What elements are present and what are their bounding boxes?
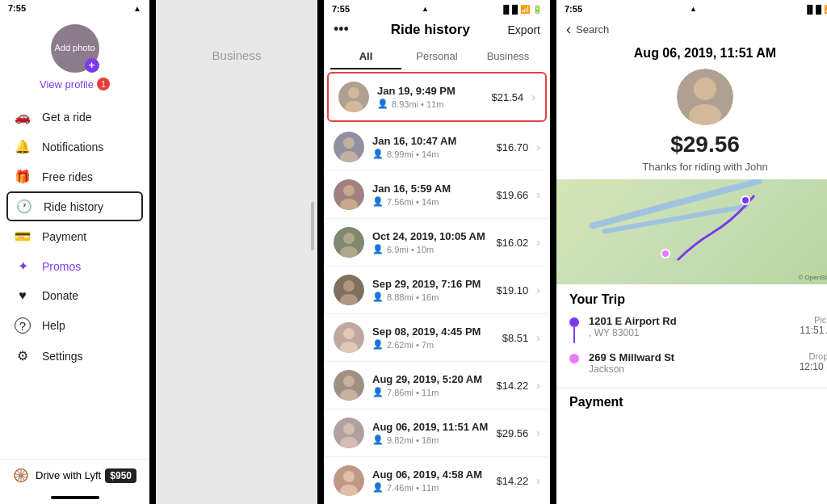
ride-meta: 👤 8.88mi • 16m <box>372 292 489 302</box>
ride-item[interactable]: Sep 29, 2019, 7:16 PM 👤 8.88mi • 16m $19… <box>324 267 550 314</box>
dropoff-time-label: Drop-off 12:10 PM <box>800 351 827 372</box>
svg-point-19 <box>343 376 355 387</box>
tab-business[interactable]: Business <box>472 44 544 69</box>
ride-item[interactable]: Jan 16, 10:47 AM 👤 8.99mi • 14m $16.70 › <box>324 124 550 171</box>
ride-meta: 👤 6.9mi • 10m <box>372 244 489 254</box>
ride-price: $29.56 <box>497 427 529 439</box>
menu-dots-icon[interactable]: ••• <box>334 21 353 38</box>
ride-status-icons: ▐▌█ 📶 🔋 <box>501 5 542 14</box>
promos-icon: ✦ <box>15 258 31 274</box>
bell-icon: 🔔 <box>15 139 31 154</box>
dropoff-dot <box>569 354 579 363</box>
dropoff-address-main: 269 S Millward St <box>589 351 790 363</box>
thanks-message: Thanks for riding with John <box>556 161 827 173</box>
pickup-time: 11:51 AM <box>800 325 827 336</box>
avatar-plus-icon[interactable]: + <box>85 58 99 73</box>
ride-item[interactable]: Oct 24, 2019, 10:05 AM 👤 6.9mi • 10m $16… <box>324 219 550 267</box>
map-background: © OpenStreetMap <box>556 179 827 284</box>
ride-meta: 👤 7.86mi • 11m <box>372 387 489 397</box>
ride-date: Jan 16, 10:47 AM <box>372 135 489 147</box>
driver-avatar-section <box>556 65 827 132</box>
ride-item[interactable]: Aug 29, 2019, 5:20 AM 👤 7.86mi • 11m $14… <box>324 362 550 410</box>
sidebar-item-notifications[interactable]: 🔔 Notifications <box>0 132 149 162</box>
ride-item[interactable]: Sep 08, 2019, 4:45 PM 👤 2.62mi • 7m $8.5… <box>324 314 550 362</box>
settings-icon: ⚙ <box>15 348 31 363</box>
business-label: Business <box>212 48 262 62</box>
map-pin-start <box>741 195 750 205</box>
svg-point-13 <box>343 280 355 292</box>
chevron-right-icon: › <box>536 331 540 344</box>
drive-icon: 🛞 <box>13 468 29 483</box>
ride-info: Aug 29, 2019, 5:20 AM 👤 7.86mi • 11m <box>372 373 489 397</box>
avatar <box>334 275 364 305</box>
drive-section[interactable]: 🛞 Drive with Lyft $950 <box>0 459 149 491</box>
sidebar-item-free-rides[interactable]: 🎁 Free rides <box>0 162 149 191</box>
avatar <box>334 370 364 401</box>
search-label[interactable]: Search <box>576 23 609 36</box>
avatar[interactable]: Add photo + <box>51 24 99 73</box>
ride-meta: 👤 9.82mi • 18m <box>372 435 489 445</box>
your-trip-title: Your Trip <box>569 292 827 307</box>
detail-status-icons: ▐▌█ 📶 🔋 <box>804 5 827 14</box>
sidebar-item-settings[interactable]: ⚙ Settings <box>0 341 149 371</box>
chevron-right-icon: › <box>536 188 540 201</box>
dropoff-time: 12:10 PM <box>800 361 827 372</box>
ride-history-panel: 7:55 ▲ ▐▌█ 📶 🔋 ••• Ride history Export A… <box>324 0 550 504</box>
menu-items: 🚗 Get a ride 🔔 Notifications 🎁 Free ride… <box>0 97 149 459</box>
scroll-indicator[interactable] <box>311 202 314 250</box>
chevron-right-icon: › <box>531 90 535 103</box>
dropoff-address: 269 S Millward St Jackson <box>589 351 790 375</box>
pickup-dot <box>569 317 579 327</box>
heart-icon: ♥ <box>15 288 31 303</box>
person-icon: 👤 <box>372 435 384 445</box>
dropoff-address-sub: Jackson <box>589 363 790 375</box>
panel-gap-1 <box>149 0 156 504</box>
svg-point-25 <box>343 471 355 482</box>
trip-map: © OpenStreetMap <box>556 179 827 284</box>
sidebar-item-donate[interactable]: ♥ Donate <box>0 281 149 310</box>
avatar <box>334 418 364 448</box>
sidebar-item-payment[interactable]: 💳 Payment <box>0 221 149 251</box>
ride-item[interactable]: Aug 06, 2019, 4:58 AM 👤 7.46mi • 11m $14… <box>324 457 550 504</box>
ride-item[interactable]: Jan 16, 5:59 AM 👤 7.56mi • 14m $19.66 › <box>324 171 550 219</box>
ride-item[interactable]: Jan 19, 9:49 PM 👤 8.93mi • 11m $21.54 › <box>327 72 547 122</box>
ride-price: $19.66 <box>497 189 529 201</box>
svg-point-28 <box>694 78 716 100</box>
add-photo-label: Add photo <box>54 43 94 53</box>
map-copyright: © OpenStreetMap <box>798 274 827 281</box>
ride-header: ••• Ride history Export <box>324 18 550 44</box>
payment-section: Payment <box>556 388 827 416</box>
sidebar-item-help[interactable]: ? Help <box>0 310 149 341</box>
tab-all[interactable]: All <box>330 44 401 69</box>
ride-meta: 👤 7.56mi • 14m <box>372 196 489 207</box>
ride-item[interactable]: Aug 06, 2019, 11:51 AM 👤 9.82mi • 18m $2… <box>324 410 550 457</box>
car-icon: 🚗 <box>15 109 31 124</box>
ride-meta: 👤 2.62mi • 7m <box>372 339 494 350</box>
ride-status-time-arrow: ▲ <box>422 5 429 13</box>
chevron-right-icon: › <box>536 474 540 487</box>
view-profile-link[interactable]: View profile 1 <box>40 78 110 90</box>
ride-date: Aug 06, 2019, 11:51 AM <box>372 421 489 433</box>
person-icon: 👤 <box>372 482 384 493</box>
ride-price: $8.51 <box>502 332 529 344</box>
ride-info: Aug 06, 2019, 11:51 AM 👤 9.82mi • 18m <box>372 421 489 445</box>
pickup-address: 1201 E Airport Rd , WY 83001 <box>589 315 790 338</box>
avatar <box>338 82 369 112</box>
ride-tabs: All Personal Business <box>330 44 544 70</box>
left-status-bar: 7:55 ▲ <box>0 0 149 16</box>
ride-date: Jan 16, 5:59 AM <box>372 183 489 195</box>
left-menu-panel: 7:55 ▲ Add photo + View profile 1 🚗 Get … <box>0 0 149 504</box>
tab-personal[interactable]: Personal <box>401 44 472 69</box>
sidebar-item-get-ride[interactable]: 🚗 Get a ride <box>0 102 149 132</box>
middle-status-bar <box>156 0 317 16</box>
back-button[interactable]: ‹ <box>566 21 571 38</box>
chevron-right-icon: › <box>536 284 540 296</box>
ride-date: Jan 19, 9:49 PM <box>377 85 484 97</box>
left-time: 7:55 <box>8 3 26 13</box>
ride-meta: 👤 8.93mi • 11m <box>377 99 484 109</box>
sidebar-item-ride-history[interactable]: 🕐 Ride history <box>6 191 143 221</box>
ride-price: $16.02 <box>497 237 529 249</box>
sidebar-item-promos[interactable]: ✦ Promos <box>0 251 149 281</box>
export-button[interactable]: Export <box>508 23 540 36</box>
svg-point-16 <box>343 328 355 339</box>
